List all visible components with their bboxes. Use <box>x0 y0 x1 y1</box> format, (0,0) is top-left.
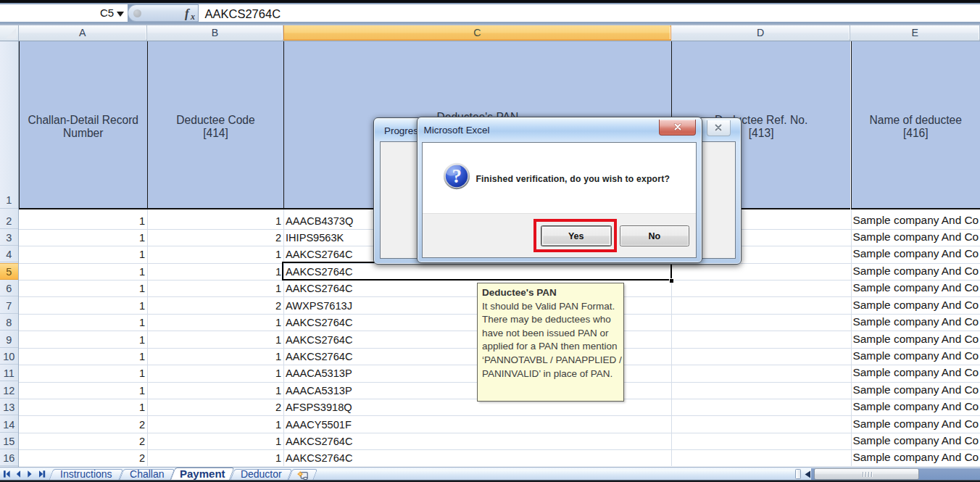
svg-text:?: ? <box>452 165 462 186</box>
